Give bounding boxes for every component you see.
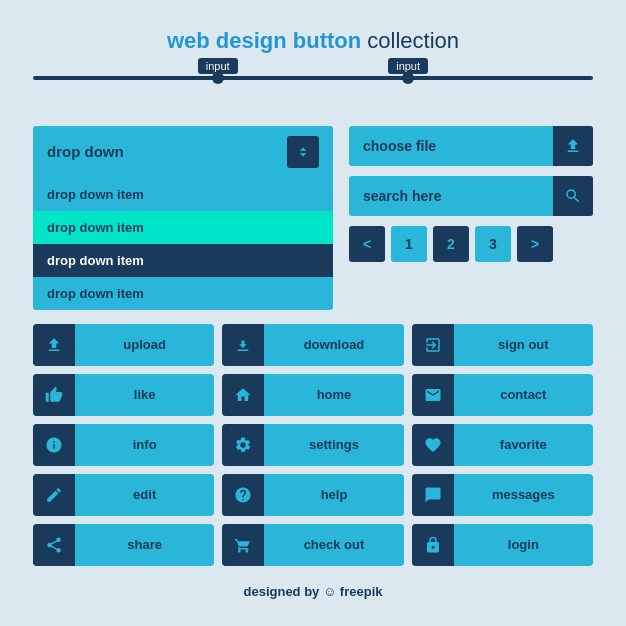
dropdown-item-4[interactable]: drop down item [33,277,333,310]
info-icon [33,424,75,466]
download-button[interactable]: download [222,324,403,366]
contact-label: contact [454,387,593,402]
download-label: download [264,337,403,352]
home-button[interactable]: home [222,374,403,416]
contact-icon [412,374,454,416]
dropdown-section: drop down drop down item drop down item … [33,126,333,310]
right-controls: choose file search here < [349,126,593,310]
help-button[interactable]: help [222,474,403,516]
action-buttons-grid: upload download sign out like [33,324,593,566]
help-label: help [264,487,403,502]
favorite-button[interactable]: favorite [412,424,593,466]
slider-label-2: input [388,58,428,74]
settings-label: settings [264,437,403,452]
search-row[interactable]: search here [349,176,593,216]
next-page-btn[interactable]: > [517,226,553,262]
file-input-row[interactable]: choose file [349,126,593,166]
designed-by-text: designed by [244,584,320,599]
signout-icon [412,324,454,366]
search-placeholder: search here [349,178,553,214]
slider-label-1: input [198,58,238,74]
controls-section: drop down drop down item drop down item … [33,126,593,310]
signout-button[interactable]: sign out [412,324,593,366]
checkout-icon [222,524,264,566]
upload-label: upload [75,337,214,352]
info-button[interactable]: info [33,424,214,466]
title-rest: collection [367,28,459,53]
page-btn-2[interactable]: 2 [433,226,469,262]
title-highlight: web design button [167,28,361,53]
main-container: web design button collection input input… [33,8,593,619]
file-input-label: choose file [349,128,553,164]
footer: designed by ☺ freepik [33,584,593,599]
favorite-icon [412,424,454,466]
favorite-label: favorite [454,437,593,452]
dropdown-arrow-icon[interactable] [287,136,319,168]
page-btn-1[interactable]: 1 [391,226,427,262]
home-label: home [264,387,403,402]
share-button[interactable]: share [33,524,214,566]
login-button[interactable]: login [412,524,593,566]
like-label: like [75,387,214,402]
settings-icon [222,424,264,466]
checkout-button[interactable]: check out [222,524,403,566]
help-icon [222,474,264,516]
messages-label: messages [454,487,593,502]
brand-name: freepik [340,584,383,599]
share-label: share [75,537,214,552]
dropdown-item-2[interactable]: drop down item [33,211,333,244]
pagination: < 1 2 3 > [349,226,593,262]
checkout-label: check out [264,537,403,552]
info-label: info [75,437,214,452]
like-icon [33,374,75,416]
search-icon[interactable] [553,176,593,216]
edit-icon [33,474,75,516]
dropdown-item-1[interactable]: drop down item [33,178,333,211]
download-icon [222,324,264,366]
sliders-section: input input [33,76,593,116]
dropdown-item-3[interactable]: drop down item [33,244,333,277]
upload-button[interactable]: upload [33,324,214,366]
dropdown-label: drop down [47,143,124,160]
login-icon [412,524,454,566]
like-button[interactable]: like [33,374,214,416]
settings-button[interactable]: settings [222,424,403,466]
page-title: web design button collection [33,28,593,54]
login-label: login [454,537,593,552]
page-btn-3[interactable]: 3 [475,226,511,262]
slider-track [33,76,593,80]
home-icon [222,374,264,416]
upload-icon [33,324,75,366]
dropdown-header[interactable]: drop down [33,126,333,178]
edit-label: edit [75,487,214,502]
messages-button[interactable]: messages [412,474,593,516]
edit-button[interactable]: edit [33,474,214,516]
contact-button[interactable]: contact [412,374,593,416]
signout-label: sign out [454,337,593,352]
prev-page-btn[interactable]: < [349,226,385,262]
share-icon [33,524,75,566]
file-upload-icon[interactable] [553,126,593,166]
messages-icon [412,474,454,516]
